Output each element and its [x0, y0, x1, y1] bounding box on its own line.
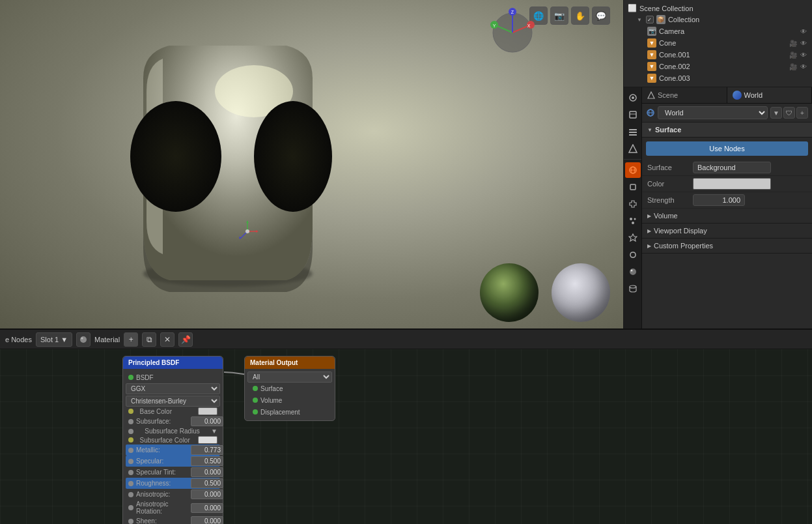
collection-item-cone002[interactable]: ▼ Cone.002 🎥 👁 [624, 61, 812, 72]
collection-item-camera[interactable]: 📷 Camera 👁 [624, 25, 812, 37]
viewport[interactable]: 🌐 📷 ✋ 💬 X Y Z [0, 0, 623, 328]
right-panel: ⬜ Scene Collection ▼ ✓ 📦 Collection 📷 Ca… [623, 0, 812, 328]
scene-properties-btn[interactable] [625, 141, 641, 156]
svg-rect-25 [629, 129, 637, 130]
material-properties-btn[interactable] [625, 264, 641, 280]
physics-properties-btn[interactable] [625, 230, 641, 246]
principled-bsdf-node[interactable]: Principled BSDF BSDF GGX Christensen-Bur… [122, 356, 223, 524]
collection-root-item[interactable]: ▼ ✓ 📦 Collection [624, 14, 812, 25]
subsurface-input[interactable] [191, 416, 223, 426]
collection-item-cone001[interactable]: ▼ Cone.001 🎥 👁 [624, 49, 812, 61]
world-browse-btn[interactable]: ▼ [770, 107, 782, 119]
slot-selector[interactable]: Slot 1 ▼ [36, 332, 72, 347]
svg-rect-32 [630, 184, 636, 190]
svg-point-44 [81, 337, 83, 339]
cone001-restrict-icon[interactable]: 🎥 [789, 50, 798, 59]
output-target-select[interactable]: All [247, 371, 332, 383]
surface-section-header[interactable]: ▼ Surface [642, 123, 812, 138]
scene-collection-header: ⬜ Scene Collection [624, 3, 812, 14]
node-copy-btn[interactable]: ⧉ [142, 332, 156, 347]
world-shield-btn[interactable]: 🛡 [783, 107, 795, 119]
cone-restrict-icon[interactable]: 🎥 [789, 38, 798, 48]
node-delete-btn[interactable]: ✕ [160, 332, 175, 347]
gizmo-hand-btn[interactable]: ✋ [571, 7, 589, 25]
metallic-input[interactable] [191, 445, 223, 455]
world-new-btn[interactable]: + [796, 107, 808, 119]
cone002-render-icon[interactable]: 👁 [799, 62, 808, 71]
specular-input[interactable] [191, 456, 223, 466]
sheen-input[interactable] [191, 516, 223, 524]
bsdf-distribution-select[interactable]: GGX [126, 383, 220, 394]
collection-item-cone[interactable]: ▼ Cone 🎥 👁 [624, 37, 812, 49]
svg-rect-27 [629, 134, 637, 136]
material-output-node[interactable]: Material Output All Surface Volume Displ… [244, 356, 335, 421]
node-editor-canvas[interactable]: Principled BSDF BSDF GGX Christensen-Bur… [0, 349, 812, 524]
properties-icon-sidebar [624, 87, 642, 328]
color-swatch[interactable] [693, 178, 771, 190]
data-properties-btn[interactable] [625, 281, 641, 297]
collection-name: Collection [668, 16, 699, 23]
svg-point-22 [632, 96, 634, 99]
volume-section-header[interactable]: ▶ Volume [642, 209, 812, 224]
cone001-render-icon[interactable]: 👁 [799, 50, 808, 59]
svg-point-17 [245, 229, 249, 233]
specular-tint-input[interactable] [191, 467, 223, 477]
svg-point-35 [632, 222, 634, 224]
view-layer-properties-btn[interactable] [625, 124, 641, 139]
cone003-item-label: Cone.003 [659, 74, 690, 82]
anisotropic-rotation-input[interactable] [191, 503, 223, 513]
svg-point-33 [630, 218, 632, 220]
subsurface-dot [128, 419, 133, 424]
roughness-input[interactable] [191, 478, 223, 488]
bsdf-subsurface-method-select[interactable]: Christensen-Burley [126, 396, 220, 407]
specular-row: Specular: [126, 456, 220, 467]
world-properties-btn[interactable] [625, 162, 641, 178]
visibility-checkbox[interactable]: ✓ [646, 16, 654, 23]
camera-visibility-icon[interactable]: 👁 [799, 27, 808, 36]
anisotropic-input[interactable] [191, 489, 223, 499]
strength-input[interactable] [693, 194, 745, 206]
volume-section-label: Volume [654, 212, 678, 220]
node-sphere-btn[interactable] [76, 332, 91, 347]
nav-gizmo[interactable]: X Y Z [486, 7, 539, 59]
gizmo-camera-btn[interactable]: 📷 [550, 7, 568, 25]
surface-input[interactable] [693, 162, 771, 173]
icon-separator [624, 159, 641, 160]
subsurface-color-swatch[interactable] [198, 436, 217, 444]
constraints-properties-btn[interactable] [625, 247, 641, 263]
properties-content: Scene World World [642, 87, 812, 328]
render-properties-btn[interactable] [625, 90, 641, 106]
cone-type-icon: ▼ [647, 38, 656, 48]
svg-rect-26 [629, 132, 637, 133]
modifier-properties-btn[interactable] [625, 196, 641, 212]
object-properties-btn[interactable] [625, 179, 641, 195]
world-tab-icon [733, 91, 742, 100]
collection-item-cone003[interactable]: ▼ Cone.003 [624, 72, 812, 84]
subsurface-radius-dropdown[interactable]: ▼ [211, 428, 217, 435]
viewport-display-section-header[interactable]: ▶ Viewport Display [642, 224, 812, 239]
world-name-dropdown[interactable]: World [658, 106, 768, 119]
world-tab[interactable]: World [727, 87, 813, 103]
add-node-btn[interactable]: + [124, 332, 138, 347]
output-surface-label: Surface [260, 385, 283, 392]
specular-tint-row: Specular Tint: [126, 467, 220, 478]
surface-label: Surface [647, 164, 693, 171]
scene-tab[interactable]: Scene [642, 87, 727, 103]
gizmo-chat-btn[interactable]: 💬 [592, 7, 610, 25]
scene-collection-title: Scene Collection [639, 5, 693, 12]
output-volume-dot [253, 398, 258, 403]
svg-point-43 [80, 336, 87, 343]
cone002-restrict-icon[interactable]: 🎥 [789, 62, 798, 71]
base-color-swatch[interactable] [198, 407, 217, 415]
strength-label: Strength [647, 196, 693, 204]
cone-render-icon[interactable]: 👁 [799, 38, 808, 48]
world-selector-icon [646, 108, 655, 117]
color-value [693, 178, 807, 190]
node-pin-btn[interactable]: 📌 [178, 332, 193, 347]
strength-value-container [693, 194, 807, 206]
use-nodes-button[interactable]: Use Nodes [646, 141, 808, 156]
custom-properties-section-header[interactable]: ▶ Custom Properties [642, 239, 812, 254]
output-properties-btn[interactable] [625, 107, 641, 123]
cone002-item-label: Cone.002 [659, 63, 690, 70]
particles-properties-btn[interactable] [625, 213, 641, 229]
